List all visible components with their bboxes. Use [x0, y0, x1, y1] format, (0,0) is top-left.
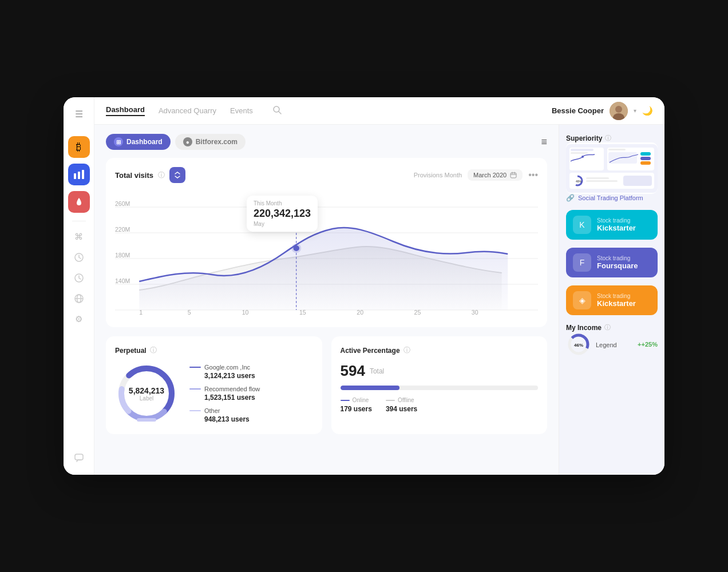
offline-item: Offline 394 users	[386, 397, 417, 413]
active-total: 594	[341, 362, 365, 380]
legend-item-google: Google.com ,Inc 3,124,213 users	[189, 364, 260, 380]
globe-icon[interactable]	[70, 290, 88, 307]
dashboard-main: ⊞ Dashboard ● Bitforex.com ≡ Tot	[94, 125, 559, 475]
svg-rect-50	[608, 149, 626, 150]
hamburger-menu-icon[interactable]: ☰	[70, 105, 88, 122]
donut-row: 5,824,213 Label Google.com ,Inc	[115, 362, 313, 425]
nav-advanced-quarry[interactable]: Advanced Quarry	[159, 106, 216, 115]
dashboard-tab-icon: ⊞	[114, 137, 123, 146]
progress-bar-fill	[341, 386, 400, 390]
perpetual-info-icon[interactable]: ⓘ	[150, 345, 157, 355]
svg-rect-2	[82, 170, 84, 179]
chart-right: Provisions Month March 2020 •••	[414, 169, 538, 181]
trading-card-kickstarter-cyan[interactable]: K Stock trading Kickstarter	[566, 210, 658, 240]
foursquare-icon: F	[573, 253, 591, 272]
chart-icon[interactable]	[68, 164, 90, 185]
svg-rect-60	[623, 176, 652, 186]
svg-rect-16	[511, 173, 516, 178]
svg-text:220M: 220M	[115, 227, 130, 233]
trading-card-foursquare[interactable]: F Stock trading Foursquare	[566, 248, 658, 277]
svg-text:140M: 140M	[115, 278, 130, 284]
date-picker[interactable]: March 2020	[468, 169, 523, 181]
history-icon[interactable]	[70, 269, 88, 287]
airbnb-icon[interactable]	[68, 191, 90, 213]
trading-card-kickstarter-orange[interactable]: ◈ Stock trading Kickstarter	[566, 285, 658, 315]
kickstarter-cyan-icon: K	[573, 216, 591, 234]
svg-text:260M: 260M	[115, 201, 130, 207]
svg-rect-53	[640, 157, 651, 160]
nav-right: Bessie Cooper ▾ 🌙	[552, 102, 653, 120]
svg-text:180M: 180M	[115, 252, 130, 259]
perpetual-legend: Google.com ,Inc 3,124,213 users Recommen…	[189, 364, 260, 423]
donut-center: 5,824,213 Label	[129, 386, 164, 402]
svg-text:5: 5	[188, 309, 191, 316]
income-change: +25%	[638, 341, 658, 348]
tab-bitforex[interactable]: ● Bitforex.com	[175, 134, 246, 150]
income-text: Legend	[596, 339, 633, 349]
svg-rect-52	[640, 152, 651, 156]
active-count-row: 594 Total	[341, 362, 539, 380]
income-section: My Income ⓘ 46% Legend +25%	[566, 323, 658, 357]
active-pct-title-row: Active Percentage ⓘ	[341, 345, 539, 355]
chart-info-icon[interactable]: ⓘ	[158, 170, 165, 180]
perpetual-card: Perpetual ⓘ	[106, 336, 322, 434]
active-pct-title: Active Percentage	[341, 347, 400, 355]
donut-chart: 5,824,213 Label	[115, 362, 178, 425]
donut-value: 5,824,213	[129, 386, 164, 395]
offline-indicator	[386, 400, 395, 401]
superiority-preview: 46%	[566, 142, 658, 194]
legend-item-other: Other 948,213 users	[189, 407, 260, 423]
nav-events[interactable]: Events	[230, 106, 253, 115]
chart-header: Total visits ⓘ Provisions Month March 20…	[115, 167, 538, 183]
svg-rect-46	[571, 149, 594, 151]
chevron-down-icon[interactable]: ▾	[634, 108, 636, 114]
more-options-icon[interactable]: •••	[528, 170, 538, 180]
tabs-row: ⊞ Dashboard ● Bitforex.com ≡	[106, 134, 547, 150]
chat-icon[interactable]	[70, 450, 88, 467]
donut-sublabel: Label	[129, 395, 164, 402]
icon-sidebar: ☰ ₿ ⌘ ⚙	[64, 97, 94, 475]
svg-text:15: 15	[299, 309, 306, 316]
svg-rect-10	[75, 454, 83, 460]
main-area: Dashboard Advanced Quarry Events Bessie …	[94, 97, 664, 475]
svg-text:30: 30	[472, 309, 478, 316]
svg-text:46%: 46%	[574, 343, 583, 348]
bitcoin-icon[interactable]: ₿	[68, 136, 90, 158]
avatar	[610, 102, 628, 120]
nav-dashboard[interactable]: Dashboard	[106, 105, 145, 116]
moon-icon[interactable]: 🌙	[642, 106, 653, 116]
perpetual-title: Perpetual	[115, 347, 147, 355]
svg-text:1: 1	[139, 309, 143, 316]
tabs-menu-icon[interactable]: ≡	[541, 136, 547, 148]
sort-button[interactable]	[169, 167, 185, 183]
superiority-info-icon[interactable]: ⓘ	[605, 134, 611, 142]
svg-text:46%: 46%	[576, 180, 582, 183]
chart-svg-wrapper: This Month 220,342,123 May	[115, 190, 538, 318]
offline-value: 394 users	[386, 405, 417, 413]
platform-link[interactable]: 🔗 Social Trading Platform	[566, 194, 658, 202]
search-icon[interactable]	[272, 105, 282, 117]
content-wrapper: ⊞ Dashboard ● Bitforex.com ≡ Tot	[94, 125, 664, 475]
kickstarter-orange-icon: ◈	[573, 291, 591, 309]
active-total-label: Total	[370, 367, 384, 375]
tabs-left: ⊞ Dashboard ● Bitforex.com	[106, 134, 246, 150]
kickstarter-cyan-text: Stock trading Kickstarter	[597, 217, 636, 232]
svg-point-38	[291, 244, 301, 253]
kickstarter-orange-text: Stock trading Kickstarter	[597, 293, 636, 308]
gear-icon[interactable]: ⚙	[70, 311, 88, 328]
legend-line-other	[189, 410, 201, 411]
provision-label: Provisions Month	[414, 172, 462, 178]
clock-icon[interactable]	[70, 249, 88, 266]
platform-label: Social Trading Platform	[578, 194, 643, 201]
svg-text:25: 25	[414, 309, 421, 316]
income-info-icon[interactable]: ⓘ	[604, 323, 611, 332]
top-nav: Dashboard Advanced Quarry Events Bessie …	[94, 97, 664, 125]
svg-text:20: 20	[357, 309, 363, 316]
tab-dashboard[interactable]: ⊞ Dashboard	[106, 134, 171, 150]
chart-title-area: Total visits ⓘ	[115, 167, 185, 183]
command-icon[interactable]: ⌘	[70, 228, 88, 245]
active-pct-info-icon[interactable]: ⓘ	[403, 345, 410, 355]
bitforex-tab-icon: ●	[183, 137, 192, 146]
superiority-title: Superiority	[566, 134, 602, 142]
username-label: Bessie Cooper	[552, 106, 604, 115]
